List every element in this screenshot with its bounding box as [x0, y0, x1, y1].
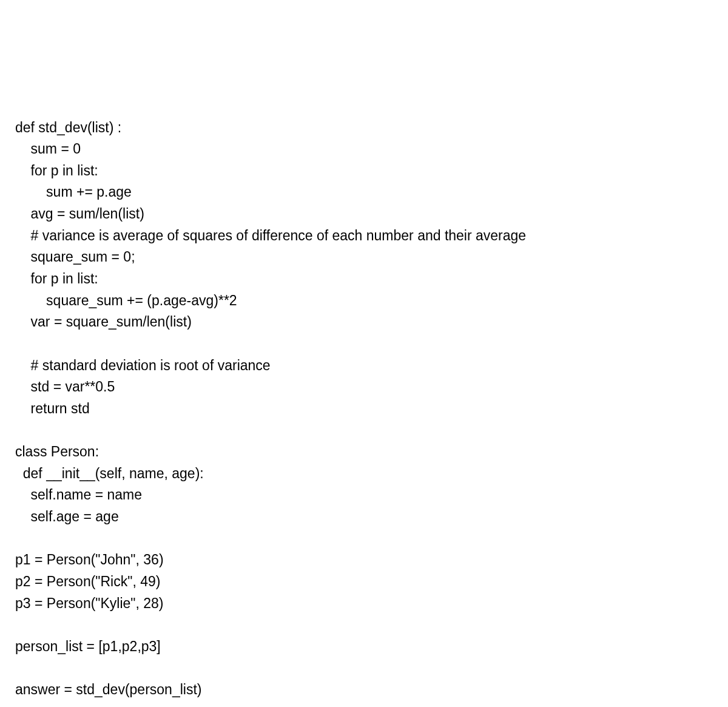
code-snippet: def std_dev(list) : sum = 0 for p in lis… [15, 117, 713, 707]
